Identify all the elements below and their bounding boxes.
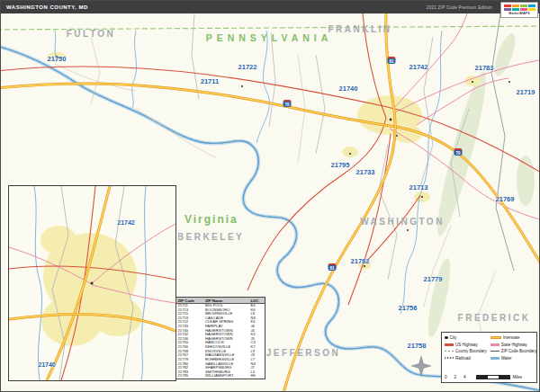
legend-label: US Highway <box>455 343 478 347</box>
scale-unit: Miles <box>513 375 523 379</box>
inset-map: 2174221740 <box>8 185 176 381</box>
interstate-swatch <box>490 336 501 340</box>
scale-tick: 0 <box>445 375 447 379</box>
interstate-shield: 70 <box>454 148 463 156</box>
inset-label-layer: 2174221740 <box>9 186 176 380</box>
county-boundary-swatch <box>445 351 454 352</box>
zip-code-label: 21779 <box>424 275 443 283</box>
zip-code-label: 21740 <box>339 85 358 93</box>
region-label-pennsylvania: PENNSYLVANIA <box>206 32 333 43</box>
table-row: 21795WILLIAMSPORTH5 <box>176 374 265 379</box>
table-cell-loc: H5 <box>249 374 265 379</box>
region-label-fulton: FULTON <box>67 29 116 39</box>
region-label-frederick: FREDERICK <box>458 313 531 323</box>
legend-item: Railroad <box>445 356 487 361</box>
zip-code-label: 21782 <box>351 257 370 265</box>
zip-code-label: 21750 <box>48 55 67 63</box>
legend-item: Water <box>490 356 536 361</box>
scale-tick: 4 <box>464 375 466 379</box>
scale-bar-segments <box>476 375 510 379</box>
interstate-shield: 81 <box>328 263 337 271</box>
zip-code-label: 21795 <box>331 161 350 169</box>
city-swatch <box>445 336 448 340</box>
zip-code-label: 21722 <box>238 63 257 71</box>
legend-item: ZIP Code Boundary <box>490 349 536 353</box>
zip-boundary-swatch <box>490 351 500 352</box>
railroad-swatch <box>445 357 454 359</box>
legend-label: County Boundary <box>455 349 487 353</box>
region-label-jefferson: JEFFERSON <box>266 348 341 358</box>
table-cell-zip: 21795 <box>176 374 204 379</box>
legend-label: ZIP Code Boundary <box>501 349 536 353</box>
legend-items: CityInterstateUS HighwayState HighwayCou… <box>445 335 534 361</box>
table-cell-name: WILLIAMSPORT <box>204 374 249 379</box>
marketmaps-logo: MarketMAPS <box>500 2 538 18</box>
interstate-shield: 70 <box>284 100 292 107</box>
edition-label: 2021 ZIP Code Premium Edition <box>427 5 492 10</box>
legend-label: City <box>450 335 457 340</box>
legend-item: City <box>445 335 487 340</box>
zip-code-label: 21756 <box>399 304 418 312</box>
zip-code-table: ZIP CodeZIP NameLOC 21711BIG POOLE421713… <box>176 297 266 379</box>
zip-code-label: 21783 <box>475 64 494 72</box>
us-highway-swatch <box>445 343 454 346</box>
region-label-berkeley: BERKELEY <box>177 232 244 242</box>
legend-label: State Highway <box>501 343 527 347</box>
zip-code-label: 21733 <box>356 168 375 176</box>
legend-item: County Boundary <box>445 349 487 353</box>
inset-zip-code-label: 21740 <box>38 361 55 368</box>
map-legend: CityInterstateUS HighwayState HighwayCou… <box>441 332 537 383</box>
zip-code-label: 21769 <box>496 195 515 203</box>
scale-bar: 024 Miles <box>445 375 534 379</box>
zip-code-label: 21719 <box>517 88 536 96</box>
zip-code-label: 21758 <box>408 342 427 350</box>
legend-label: Railroad <box>455 356 471 361</box>
title-bar: WASHINGTON COUNTY, MD 2021 ZIP Code Prem… <box>1 1 540 13</box>
logo-grid-icon <box>504 4 536 11</box>
region-label-washington: WASHINGTON <box>360 217 445 227</box>
interstate-shield: 81 <box>388 57 396 64</box>
state-highway-swatch <box>490 343 500 346</box>
logo-text: MarketMAPS <box>508 12 529 15</box>
scale-tick: 2 <box>454 375 457 379</box>
legend-item: Interstate <box>490 335 536 340</box>
zip-table-body: 21711BIG POOLE421713BOONSBOROK621715BROW… <box>176 304 265 379</box>
legend-item: US Highway <box>445 343 487 347</box>
scale-ticks: 024 <box>445 375 473 379</box>
zip-code-label: 21711 <box>201 77 219 85</box>
legend-label: Interstate <box>503 335 520 340</box>
zip-code-label: 21713 <box>410 183 428 192</box>
zip-code-label: 21742 <box>410 63 428 71</box>
map-sheet: FULTONPENNSYLVANIAFRANKLINWest VirginiaB… <box>0 0 540 392</box>
legend-label: Water <box>501 356 512 361</box>
map-title: WASHINGTON COUNTY, MD <box>6 4 88 10</box>
water-swatch <box>490 357 500 360</box>
inset-zip-code-label: 21742 <box>117 219 134 226</box>
legend-item: State Highway <box>490 343 536 347</box>
region-label-franklin: FRANKLIN <box>328 24 392 34</box>
